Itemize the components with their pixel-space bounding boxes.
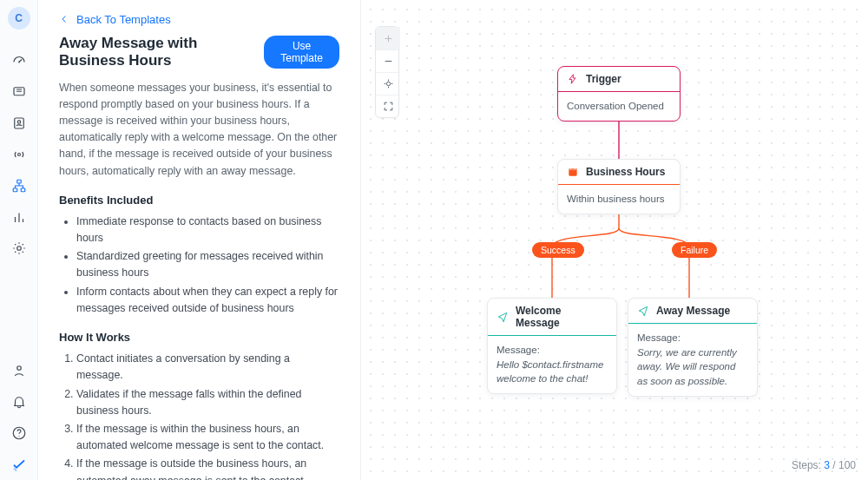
- node-title: Welcome Message: [516, 305, 608, 329]
- nav-profile[interactable]: [0, 355, 38, 386]
- nav-broadcast[interactable]: [0, 139, 38, 170]
- svg-point-8: [16, 247, 21, 251]
- message-text: Sorry, we are currently away. We will re…: [637, 345, 748, 389]
- nav-inbox[interactable]: [0, 76, 38, 108]
- back-link-label: Back To Templates: [76, 13, 171, 26]
- broadcast-icon: [11, 147, 27, 162]
- steps-current: 3: [824, 459, 830, 471]
- node-title: Business Hours: [586, 166, 665, 178]
- avatar[interactable]: C: [8, 7, 30, 30]
- svg-point-9: [16, 366, 21, 371]
- message-text: Hello $contact.firstname welcome to the …: [496, 358, 608, 386]
- svg-rect-14: [569, 168, 576, 170]
- calendar-icon: [567, 166, 579, 178]
- send-icon: [637, 305, 649, 317]
- svg-point-4: [17, 154, 20, 156]
- chevron-left-icon: [59, 14, 69, 24]
- expand-icon: [383, 101, 394, 112]
- nav-settings[interactable]: [0, 233, 38, 264]
- template-description: When someone messages your business, it'…: [59, 80, 339, 180]
- steps-label: Steps:: [792, 459, 821, 471]
- svg-point-3: [17, 121, 20, 123]
- lightning-icon: [567, 73, 579, 85]
- branch-badge-success: Success: [532, 242, 584, 258]
- svg-point-0: [18, 62, 20, 63]
- node-business-hours[interactable]: Business Hours Within business hours: [557, 159, 681, 214]
- nav-contacts[interactable]: [0, 108, 38, 139]
- target-icon: [383, 78, 394, 89]
- template-info-panel: Back To Templates Away Message with Busi…: [38, 0, 361, 480]
- zoom-fullscreen-button[interactable]: [376, 95, 400, 117]
- nav-rail: C: [0, 0, 38, 480]
- brand-icon: [11, 457, 27, 472]
- help-icon: [11, 425, 27, 441]
- zoom-out-button[interactable]: [376, 49, 400, 72]
- list-item: Validates if the message falls within th…: [76, 386, 339, 419]
- message-label: Message:: [496, 343, 608, 358]
- gear-icon: [11, 240, 27, 256]
- node-title: Trigger: [586, 73, 621, 85]
- svg-point-12: [386, 82, 390, 85]
- node-away-message[interactable]: Away Message Message: Sorry, we are curr…: [628, 298, 758, 397]
- node-title: Away Message: [656, 305, 730, 317]
- benefits-heading: Benefits Included: [59, 194, 339, 207]
- brand-logo: [0, 449, 38, 480]
- node-trigger[interactable]: Trigger Conversation Opened: [557, 66, 681, 122]
- send-icon: [496, 311, 509, 323]
- workflow-icon: [11, 178, 27, 194]
- list-item: Inform contacts about when they can expe…: [76, 284, 339, 317]
- plus-icon: [383, 33, 394, 44]
- minus-icon: [383, 56, 394, 67]
- use-template-button[interactable]: Use Template: [264, 36, 339, 69]
- zoom-in-button[interactable]: [376, 27, 400, 49]
- svg-rect-5: [16, 180, 21, 183]
- node-body: Within business hours: [558, 185, 680, 214]
- list-item: Contact initiates a conversation by send…: [76, 351, 339, 384]
- node-body: Conversation Opened: [558, 92, 680, 121]
- zoom-fit-button[interactable]: [376, 72, 400, 95]
- svg-rect-6: [13, 188, 17, 192]
- steps-counter: Steps: 3 / 100: [792, 459, 856, 471]
- how-it-works-heading: How It Works: [59, 331, 339, 344]
- message-label: Message:: [637, 331, 748, 345]
- list-item: If the message is within the business ho…: [76, 421, 339, 454]
- gauge-icon: [11, 53, 27, 69]
- page-title: Away Message with Business Hours: [59, 35, 264, 69]
- nav-notifications[interactable]: [0, 386, 38, 418]
- zoom-controls: [375, 26, 399, 118]
- person-icon: [11, 363, 27, 378]
- list-item: Standardized greeting for messages recei…: [76, 248, 339, 281]
- workflow-canvas[interactable]: Success Failure Trigger Conversation Ope…: [361, 0, 868, 480]
- nav-dashboard[interactable]: [0, 45, 38, 76]
- nav-reports[interactable]: [0, 201, 38, 233]
- nav-help[interactable]: [0, 418, 38, 449]
- contact-icon: [11, 115, 27, 131]
- list-item: Immediate response to contacts based on …: [76, 214, 339, 247]
- back-to-templates-link[interactable]: Back To Templates: [59, 13, 171, 26]
- benefits-list: Immediate response to contacts based on …: [59, 214, 339, 317]
- list-item: If the message is outside the business h…: [76, 456, 339, 480]
- svg-rect-7: [21, 188, 25, 192]
- node-welcome-message[interactable]: Welcome Message Message: Hello $contact.…: [487, 298, 617, 394]
- chat-icon: [11, 84, 27, 100]
- bars-icon: [11, 209, 27, 225]
- svg-point-11: [18, 436, 19, 437]
- steps-sep: /: [832, 459, 835, 471]
- bell-icon: [11, 394, 27, 410]
- branch-badge-failure: Failure: [672, 242, 717, 258]
- how-it-works-list: Contact initiates a conversation by send…: [59, 351, 339, 480]
- steps-max: 100: [838, 459, 856, 471]
- nav-workflows[interactable]: [0, 170, 38, 201]
